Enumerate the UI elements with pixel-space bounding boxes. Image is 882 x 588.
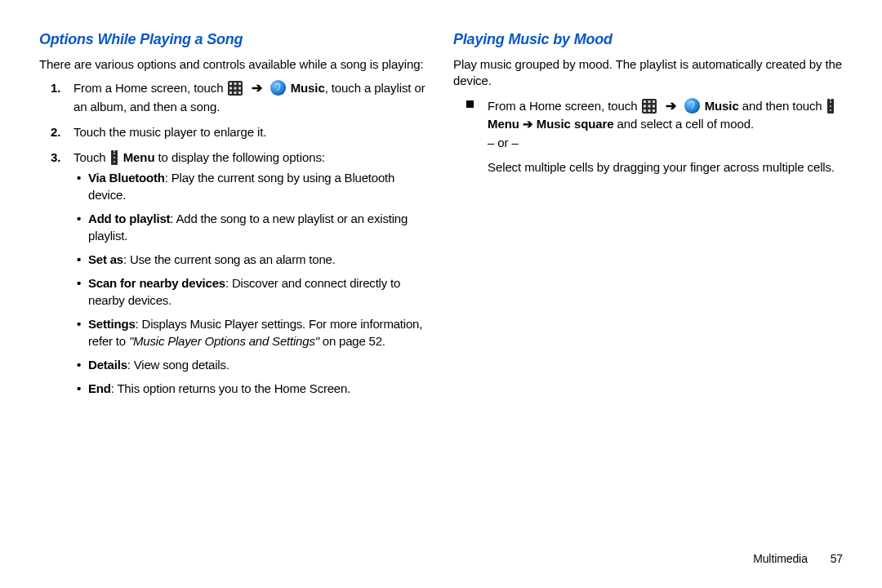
apps-grid-icon (228, 81, 243, 96)
svg-rect-10 (648, 100, 651, 103)
bullet-details: Details: View song details. (88, 356, 429, 373)
step-3: 3. Touch Menu to display the following o… (74, 149, 429, 397)
square-bullet-icon (466, 100, 474, 108)
intro-left: There are various options and controls a… (39, 56, 429, 73)
arrow-text: ➔ (519, 117, 537, 131)
svg-rect-13 (648, 105, 651, 107)
step-text: and then touch (739, 99, 826, 113)
left-column: Options While Playing a Song There are v… (39, 31, 429, 405)
bullet-via-bluetooth: Via Bluetooth: Play the current song by … (88, 169, 429, 203)
heading-options: Options While Playing a Song (39, 31, 429, 48)
bullet-scan-nearby: Scan for nearby devices: Discover and co… (88, 274, 429, 309)
svg-rect-2 (238, 82, 241, 85)
step-number: 3. (51, 149, 60, 166)
step-2: 2. Touch the music player to enlarge it. (74, 123, 429, 140)
step-text-tail: to display the following options: (158, 150, 325, 164)
music-app-icon (684, 98, 700, 114)
right-column: Playing Music by Mood Play music grouped… (453, 31, 843, 405)
step-text: From a Home screen, touch (488, 99, 640, 113)
heading-mood: Playing Music by Mood (453, 31, 843, 48)
svg-rect-17 (653, 109, 655, 112)
svg-rect-1 (234, 82, 237, 85)
step-text: Touch (74, 150, 109, 164)
footer-page-number: 57 (831, 552, 843, 565)
music-app-icon (270, 80, 286, 96)
menu-label: Menu (488, 117, 519, 131)
music-label: Music (705, 99, 739, 113)
bullet-set-as: Set as: Use the current song as an alarm… (88, 251, 429, 268)
svg-rect-5 (238, 87, 241, 90)
step-text: From a Home screen, touch (74, 81, 226, 95)
arrow-icon: ➔ (666, 99, 676, 113)
page-footer: Multimedia 57 (753, 552, 843, 565)
svg-rect-4 (234, 87, 237, 90)
options-bullets: Via Bluetooth: Play the current song by … (74, 169, 429, 397)
menu-label: Menu (123, 150, 155, 164)
step-alt-text: Select multiple cells by dragging your f… (488, 158, 843, 176)
or-divider: – or – (488, 134, 843, 152)
svg-rect-3 (229, 87, 232, 90)
step-1: 1. From a Home screen, touch ➔ Music, to… (74, 79, 429, 114)
svg-rect-15 (644, 109, 646, 112)
svg-rect-8 (238, 91, 241, 94)
intro-right: Play music grouped by mood. The playlist… (453, 56, 843, 90)
step-text: Touch the music player to enlarge it. (74, 125, 266, 139)
menu-dots-icon (827, 99, 834, 114)
step-text-tail: and select a cell of mood. (613, 117, 754, 131)
mood-step: From a Home screen, touch ➔ Music and th… (488, 96, 843, 176)
mood-step-list: From a Home screen, touch ➔ Music and th… (453, 96, 843, 176)
bullet-add-playlist: Add to playlist: Add the song to a new p… (88, 210, 429, 244)
svg-rect-11 (653, 100, 655, 103)
svg-rect-9 (644, 100, 646, 103)
apps-grid-icon (642, 99, 657, 114)
step-number: 1. (51, 79, 60, 96)
music-square-label: Music square (537, 117, 614, 131)
svg-rect-0 (229, 82, 232, 85)
steps-list: 1. From a Home screen, touch ➔ Music, to… (39, 79, 429, 396)
svg-rect-14 (653, 105, 655, 107)
svg-rect-12 (644, 105, 646, 107)
menu-dots-icon (111, 150, 118, 165)
footer-section: Multimedia (753, 552, 808, 565)
svg-rect-7 (234, 91, 237, 94)
music-label: Music (291, 81, 325, 95)
step-number: 2. (51, 123, 60, 140)
svg-rect-6 (229, 91, 232, 94)
bullet-settings: Settings: Displays Music Player settings… (88, 315, 429, 350)
page-content: Options While Playing a Song There are v… (0, 0, 882, 405)
svg-rect-16 (648, 109, 651, 112)
arrow-icon: ➔ (252, 81, 262, 95)
bullet-end: End: This option returns you to the Home… (88, 380, 429, 397)
